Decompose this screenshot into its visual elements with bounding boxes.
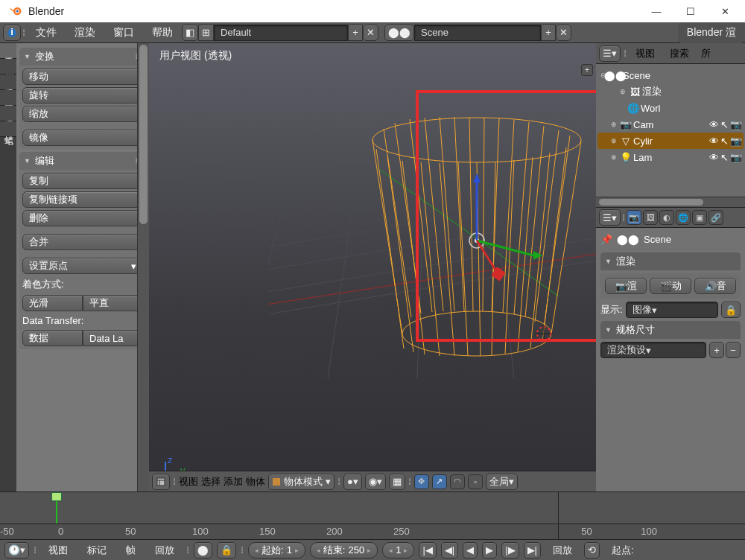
shade-flat-button[interactable]: 平直 — [83, 295, 143, 311]
3dview-editor-icon[interactable] — [152, 474, 170, 490]
tree-render-row[interactable]: ⊕🖼 渲染 — [597, 83, 744, 100]
scene-field[interactable]: Scene — [414, 25, 541, 41]
play-icon[interactable]: ▶ — [482, 542, 497, 559]
join-button[interactable]: 合并 — [22, 234, 143, 250]
mode-selector[interactable]: 物体模式 ▾ — [268, 474, 335, 490]
move-button[interactable]: 移动 — [22, 69, 143, 85]
rotate-button[interactable]: 旋转 — [22, 87, 143, 104]
record-icon[interactable]: ⬤ — [194, 542, 212, 559]
display-mode-select[interactable]: 图像 ▾ — [626, 302, 718, 318]
jump-end-icon[interactable]: ▶| — [524, 542, 541, 559]
shade-smooth-button[interactable]: 光滑 — [22, 295, 83, 311]
tab-animation[interactable]: 动画 — [0, 90, 16, 106]
dimensions-panel-header[interactable]: 规格尺寸 — [600, 321, 741, 339]
render-audio-button[interactable]: 🔊音 — [694, 278, 736, 294]
3d-viewport[interactable]: 用户视图 (透视) + — [149, 43, 596, 491]
preset-remove-icon[interactable]: − — [726, 342, 741, 358]
jump-start-icon[interactable]: |◀ — [419, 542, 436, 559]
tree-world-row[interactable]: 🌐 Worl — [597, 100, 744, 116]
manipulator-toggle-icon[interactable]: ✥ — [414, 474, 429, 489]
sync-icon[interactable]: ⟲ — [584, 542, 600, 559]
eye-icon[interactable]: 👁 — [709, 152, 719, 163]
cursor-icon[interactable]: ↖ — [720, 119, 729, 130]
tab-create[interactable]: 创建 — [0, 59, 16, 74]
scale-button[interactable]: 缩放 — [22, 106, 143, 122]
outliner-menu-view[interactable]: 视图 — [630, 47, 661, 60]
frame-start-field[interactable]: ◂起始: 1▸ — [248, 542, 305, 559]
layout-preset-field[interactable]: Default — [214, 25, 348, 41]
manipulator-rotate-icon[interactable]: ◠ — [450, 474, 465, 489]
tree-cylinder-row[interactable]: ⊕▽ Cylir 👁↖📷 — [597, 133, 744, 149]
keyframe-prev-icon[interactable]: ◀| — [441, 542, 458, 559]
play-reverse-icon[interactable]: ◀ — [463, 542, 478, 559]
eye-icon[interactable]: 👁 — [709, 136, 719, 147]
tlmenu-marker[interactable]: 标记 — [80, 544, 114, 557]
panel-edit-header[interactable]: 编辑⠿ — [19, 152, 146, 170]
props-layers-icon[interactable]: 🖼 — [643, 210, 658, 225]
data-button[interactable]: 数据 — [22, 330, 83, 346]
layout-delete-icon[interactable]: ✕ — [363, 25, 378, 41]
menu-window[interactable]: 窗口 — [104, 22, 143, 43]
render-toggle-icon[interactable]: 📷 — [730, 119, 742, 130]
eye-icon[interactable]: 👁 — [709, 119, 719, 130]
render-toggle-icon[interactable]: 📷 — [730, 136, 742, 147]
vpmenu-object[interactable]: 物体 — [246, 475, 265, 489]
duplicate-button[interactable]: 复制 — [22, 173, 143, 189]
pivot-icon[interactable]: ◉▾ — [365, 474, 386, 490]
duplicate-linked-button[interactable]: 复制链接项 — [22, 191, 143, 208]
panel-transform-header[interactable]: 变换⠿ — [19, 48, 146, 66]
render-toggle-icon[interactable]: 📷 — [730, 152, 742, 163]
minimize-button[interactable]: — — [639, 0, 673, 22]
maximize-button[interactable]: ☐ — [673, 0, 708, 22]
pin-icon[interactable]: 📌 — [600, 234, 612, 245]
playhead-handle[interactable] — [51, 492, 62, 501]
info-editor-icon[interactable]: i — [3, 25, 21, 41]
render-anim-button[interactable]: 🎬动 — [650, 278, 691, 294]
tree-lamp-row[interactable]: ⊕💡 Lam 👁↖📷 — [597, 149, 744, 165]
tree-scene-row[interactable]: ⊖ ⬤⬤ Scene — [597, 67, 744, 83]
tab-tools[interactable]: 工具 — [0, 43, 16, 59]
props-constraints-icon[interactable]: 🔗 — [708, 210, 723, 225]
tab-relations[interactable]: 关系 — [0, 74, 16, 90]
render-still-button[interactable]: 📷渲 — [605, 278, 647, 294]
tab-physics[interactable]: 物理 — [0, 106, 16, 121]
keyframe-next-icon[interactable]: |▶ — [501, 542, 519, 559]
props-object-icon[interactable]: ▣ — [692, 210, 707, 225]
layout-browse-icon[interactable]: ◧ — [182, 25, 198, 41]
lock-icon[interactable]: 🔒 — [721, 302, 741, 318]
layout-add-icon[interactable]: ⊞ — [198, 25, 214, 41]
tlmenu-playback[interactable]: 回放 — [148, 544, 182, 557]
set-origin-button[interactable]: 设置原点▾ — [22, 258, 143, 274]
render-preset-select[interactable]: 渲染预设 ▾ — [600, 342, 706, 358]
timeline-ruler-right[interactable]: 50 100 — [558, 524, 745, 539]
vpmenu-select[interactable]: 选择 — [201, 475, 221, 489]
props-world-icon[interactable]: 🌐 — [676, 210, 691, 225]
delete-button[interactable]: 删除 — [22, 210, 143, 226]
layout-plus-icon[interactable]: + — [348, 25, 363, 41]
shading-icon[interactable]: ●▾ — [343, 474, 362, 490]
keying-icon[interactable]: 🔒 — [217, 542, 236, 559]
tab-grease[interactable]: 蜡笔 — [0, 121, 16, 137]
timeline-ruler-left[interactable]: -50 0 50 100 150 200 250 — [0, 524, 558, 539]
outliner-scrollbar[interactable] — [596, 197, 745, 207]
timeline-editor-icon[interactable]: 🕐▾ — [4, 542, 29, 559]
tlmenu-frame[interactable]: 帧 — [118, 544, 143, 557]
vpmenu-view[interactable]: 视图 — [179, 475, 198, 489]
outliner-editor-icon[interactable]: ☰▾ — [599, 45, 621, 62]
props-scene-icon[interactable]: ◐ — [659, 210, 674, 225]
scene-browse-icon[interactable]: ⬤⬤ — [384, 25, 414, 41]
scene-delete-icon[interactable]: ✕ — [556, 25, 571, 41]
outliner-menu-search[interactable]: 搜索 — [664, 47, 695, 60]
cursor-icon[interactable]: ↖ — [720, 136, 729, 147]
outliner-tree[interactable]: ⊖ ⬤⬤ Scene ⊕🖼 渲染 🌐 Worl ⊕📷 Cam 👁↖📷 — [596, 64, 745, 207]
menu-help[interactable]: 帮助 — [143, 22, 182, 43]
manipulator-translate-icon[interactable]: ↗ — [432, 474, 447, 489]
scene-plus-icon[interactable]: + — [541, 25, 556, 41]
timeline-track-right[interactable] — [558, 492, 745, 524]
toolshelf-scrollbar[interactable] — [137, 43, 149, 491]
outliner-menu-all[interactable]: 所 — [698, 47, 714, 60]
tlmenu-view[interactable]: 视图 — [41, 544, 75, 557]
frame-current-field[interactable]: ◂1▸ — [382, 542, 414, 559]
vpmenu-add[interactable]: 添加 — [224, 475, 243, 489]
render-panel-header[interactable]: 渲染 — [600, 252, 741, 270]
